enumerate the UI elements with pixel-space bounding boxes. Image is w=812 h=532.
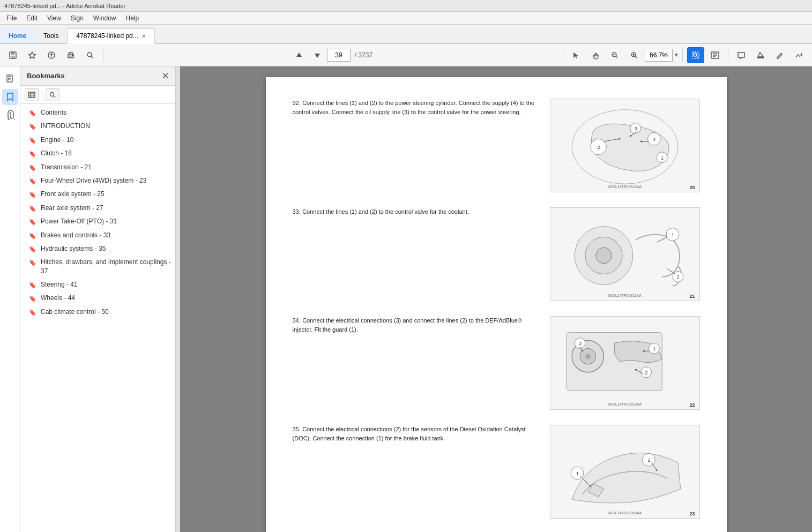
svg-rect-9 [69, 56, 72, 57]
bookmark-front-axle[interactable]: 🔖 Front axle system - 25 [20, 188, 175, 201]
tab-close-button[interactable]: ✕ [141, 33, 146, 39]
svg-text:23: 23 [689, 511, 695, 516]
bookmark-icon-4wd: 🔖 [29, 177, 36, 185]
sidebar-pages-icon[interactable] [2, 71, 18, 87]
sidebar-close-button[interactable]: ✕ [162, 71, 169, 81]
zoom-in-button[interactable] [625, 47, 643, 63]
instruction-34-text-block: 34. Connect the electrical connections (… [293, 316, 539, 334]
svg-text:1: 1 [661, 155, 664, 161]
bookmark-label-4wd: Four-Wheel Drive (4WD) system - 23 [41, 176, 146, 185]
bookmark-clutch[interactable]: 🔖 Clutch - 18 [20, 147, 175, 160]
instruction-33-number: 33. [293, 208, 301, 215]
marquee-zoom-button[interactable] [687, 47, 704, 63]
bookmark-label-contents: Contents [41, 108, 66, 117]
save-button[interactable] [4, 47, 21, 63]
tab-tools[interactable]: Tools [35, 29, 67, 43]
bookmark-rear-axle[interactable]: 🔖 Rear axle system - 27 [20, 201, 175, 215]
bookmark-steering[interactable]: 🔖 Steering - 41 [20, 278, 175, 291]
comment-button[interactable] [733, 47, 750, 63]
toolbar-separator-2 [563, 49, 563, 62]
bookmark-hydraulic[interactable]: 🔖 Hydraulic systems - 35 [20, 242, 175, 256]
draw-button[interactable] [771, 47, 788, 63]
bookmark-icon-cab-climate: 🔖 [29, 309, 36, 317]
page-number-input[interactable]: 39 [327, 49, 351, 62]
svg-text:4: 4 [653, 137, 655, 142]
bookmark-contents[interactable]: 🔖 Contents [20, 106, 175, 119]
menu-window[interactable]: Window [89, 13, 121, 23]
menu-sign[interactable]: Sign [66, 13, 88, 23]
bookmark-engine[interactable]: 🔖 Engine - 10 [20, 133, 175, 147]
instruction-34: 34. Connect the electrical connections (… [293, 316, 700, 410]
instruction-34-text: Connect the electrical connections (3) a… [293, 317, 522, 333]
bookmark-brakes[interactable]: 🔖 Brakes and controls - 33 [20, 229, 175, 242]
cursor-tool-button[interactable] [568, 47, 585, 63]
bookmark-icon-front-axle: 🔖 [29, 191, 36, 199]
svg-text:3: 3 [634, 126, 637, 131]
menu-bar: File Edit View Sign Window Help [0, 12, 812, 25]
sidebar-list-view-button[interactable] [25, 88, 39, 101]
prev-page-button[interactable] [290, 47, 308, 63]
sidebar: Bookmarks ✕ 🔖 Contents 🔖 INTRODUCTION 🔖 [20, 66, 176, 532]
svg-text:MOIL14TR00810AA: MOIL14TR00810AA [608, 402, 642, 406]
svg-line-40 [54, 95, 56, 98]
zoom-input[interactable]: 66.7% [645, 49, 673, 62]
tab-document[interactable]: 47878245-linked pd... ✕ [67, 28, 154, 44]
menu-help[interactable]: Help [122, 13, 144, 23]
instruction-32-number: 32. [293, 100, 301, 106]
instruction-33: 33. Connect the lines (1) and (2) to the… [293, 207, 700, 301]
svg-marker-13 [296, 53, 302, 57]
sidebar-tools [20, 86, 175, 104]
bookmark-label-wheels: Wheels - 44 [41, 294, 75, 303]
tab-home[interactable]: Home [0, 29, 35, 43]
svg-text:1: 1 [671, 232, 674, 237]
sidebar-bookmarks-icon[interactable] [2, 89, 18, 105]
select-text-button[interactable] [706, 47, 724, 63]
menu-edit[interactable]: Edit [22, 13, 42, 23]
svg-text:1: 1 [653, 346, 655, 351]
bookmark-label-hitches: Hitches, drawbars, and implement couplin… [41, 258, 171, 276]
svg-text:2: 2 [597, 145, 600, 150]
bookmark-transmission[interactable]: 🔖 Transmission - 21 [20, 161, 175, 174]
pdf-area[interactable]: 32. Connect the lines (1) and (2) to the… [180, 66, 812, 532]
bookmark-pto[interactable]: 🔖 Power Take-Off (PTO) - 31 [20, 215, 175, 228]
instruction-32-text: Connect the lines (1) and (2) to the pow… [293, 100, 535, 115]
zoom-dropdown-button[interactable]: ▾ [675, 51, 678, 58]
instruction-35-image: 1 2 MOIL14TR00809AA 23 [550, 425, 700, 519]
instruction-33-text-block: 33. Connect the lines (1) and (2) to the… [293, 207, 539, 216]
menu-view[interactable]: View [43, 13, 65, 23]
bookmark-hitches[interactable]: 🔖 Hitches, drawbars, and implement coupl… [20, 256, 175, 278]
search-button[interactable] [81, 47, 99, 63]
sidebar-search-button[interactable] [46, 88, 59, 101]
bookmark-label-rear-axle: Rear axle system - 27 [41, 204, 103, 213]
upload-button[interactable] [43, 47, 60, 63]
bookmark-label-introduction: INTRODUCTION [41, 122, 90, 131]
bookmark-star-button[interactable] [24, 47, 41, 63]
instruction-33-text: Connect the lines (1) and (2) to the con… [302, 208, 469, 215]
bookmark-icon-wheels: 🔖 [29, 295, 36, 303]
highlight-button[interactable] [752, 47, 769, 63]
instruction-34-image: 1 3 2 MOIL14TR00810AA 22 [550, 316, 700, 410]
bookmark-introduction[interactable]: 🔖 INTRODUCTION [20, 119, 175, 133]
svg-text:2: 2 [647, 458, 650, 463]
next-page-button[interactable] [309, 47, 326, 63]
bookmark-wheels[interactable]: 🔖 Wheels - 44 [20, 291, 175, 305]
pdf-page: 32. Connect the lines (1) and (2) to the… [266, 77, 727, 532]
sidebar-resize-handle[interactable] [176, 66, 180, 532]
zoom-out-button[interactable] [606, 47, 623, 63]
bookmark-cab-climate[interactable]: 🔖 Cab climate control - 50 [20, 305, 175, 319]
print-button[interactable] [62, 47, 79, 63]
sign-button[interactable] [791, 47, 808, 63]
svg-text:21: 21 [689, 294, 695, 299]
menu-file[interactable]: File [2, 13, 21, 23]
bookmark-label-cab-climate: Cab climate control - 50 [41, 308, 109, 317]
tab-document-label: 47878245-linked pd... [76, 32, 138, 40]
hand-tool-button[interactable] [587, 47, 604, 63]
sidebar-content: 🔖 Contents 🔖 INTRODUCTION 🔖 Engine - 10 … [20, 104, 175, 532]
instruction-35: 35. Connect the electrical connections (… [293, 425, 700, 519]
bookmark-4wd[interactable]: 🔖 Four-Wheel Drive (4WD) system - 23 [20, 174, 175, 188]
page-total: / 3737 [352, 51, 376, 59]
svg-text:1: 1 [576, 471, 579, 476]
sidebar-tool-separator [42, 90, 42, 100]
sidebar-attachments-icon[interactable] [2, 107, 18, 123]
svg-text:3: 3 [578, 341, 581, 346]
